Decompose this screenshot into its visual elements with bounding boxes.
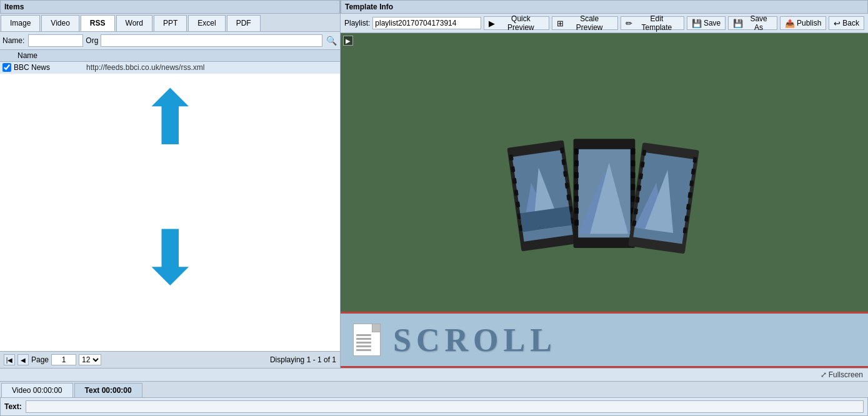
page-input[interactable]: 1 bbox=[51, 354, 76, 365]
table-body: BBC News http://feeds.bbci.co.uk/news/rs… bbox=[0, 62, 340, 351]
svg-rect-39 bbox=[636, 197, 640, 203]
fullscreen-button[interactable]: ⤢ Fullscreen bbox=[821, 370, 863, 379]
quick-preview-icon: ▶ bbox=[489, 19, 495, 28]
tab-pdf[interactable]: PDF bbox=[227, 15, 261, 31]
tab-word[interactable]: Word bbox=[116, 15, 152, 31]
scale-preview-icon: ⊞ bbox=[557, 19, 564, 28]
tab-image[interactable]: Image bbox=[1, 15, 40, 31]
tab-ppt[interactable]: PPT bbox=[154, 15, 187, 31]
svg-rect-37 bbox=[639, 173, 643, 179]
edit-template-icon: ✏ bbox=[626, 19, 632, 28]
svg-rect-45 bbox=[687, 192, 692, 198]
name-input[interactable] bbox=[28, 34, 83, 47]
doc-lines bbox=[356, 334, 371, 353]
svg-rect-36 bbox=[640, 161, 644, 167]
first-page-button[interactable]: |◀ bbox=[4, 354, 15, 365]
tab-text-timeline[interactable]: Text 00:00:00 bbox=[74, 383, 142, 397]
name-label: Name: bbox=[2, 36, 24, 45]
svg-rect-26 bbox=[631, 148, 636, 154]
displaying-text: Displaying 1 - 1 of 1 bbox=[270, 355, 336, 364]
col-header-name: Name bbox=[17, 51, 92, 60]
back-icon: ↩ bbox=[834, 19, 841, 28]
svg-rect-23 bbox=[574, 196, 579, 202]
save-as-label: Save As bbox=[745, 14, 772, 32]
bottom-content: Text: bbox=[0, 397, 868, 416]
svg-rect-7 bbox=[516, 201, 520, 207]
col-header-org bbox=[92, 51, 337, 60]
tab-excel[interactable]: Excel bbox=[188, 15, 225, 31]
svg-rect-13 bbox=[565, 182, 569, 189]
org-input[interactable] bbox=[101, 34, 322, 47]
name-row: Name: Org 🔍 bbox=[0, 32, 340, 50]
items-header: Items bbox=[0, 0, 340, 14]
svg-rect-19 bbox=[574, 148, 579, 154]
save-as-icon: 💾 bbox=[733, 19, 743, 28]
per-page-select[interactable]: 12 24 48 bbox=[79, 354, 101, 365]
row-org: http://feeds.bbci.co.uk/news/rss.xml bbox=[86, 63, 337, 72]
table-header: Name bbox=[0, 50, 340, 62]
arrow-overlay: ⬆ ⬇ bbox=[0, 62, 340, 351]
edit-template-label: Edit Template bbox=[634, 14, 679, 32]
right-panel: Template Info Playlist: playlist20170704… bbox=[341, 0, 868, 368]
svg-rect-28 bbox=[631, 172, 636, 178]
svg-rect-44 bbox=[689, 181, 694, 187]
table-row[interactable]: BBC News http://feeds.bbci.co.uk/news/rs… bbox=[0, 62, 340, 74]
org-label: Org bbox=[86, 36, 98, 45]
col-header-check bbox=[2, 51, 17, 60]
text-label: Text: bbox=[4, 402, 22, 411]
save-button[interactable]: 💾 Save bbox=[687, 16, 726, 30]
arrow-down-icon: ⬇ bbox=[139, 220, 202, 295]
tab-rss[interactable]: RSS bbox=[81, 15, 115, 31]
publish-button[interactable]: 📤 Publish bbox=[780, 16, 826, 30]
quick-preview-button[interactable]: ▶ Quick Preview bbox=[484, 16, 549, 30]
prev-page-button[interactable]: ◀ bbox=[17, 354, 29, 365]
playlist-label: Playlist: bbox=[344, 19, 370, 27]
search-button[interactable]: 🔍 bbox=[325, 34, 337, 47]
tabs-bar: Image Video RSS Word PPT Excel PDF bbox=[0, 14, 340, 32]
left-panel: Items Image Video RSS Word PPT Excel PDF… bbox=[0, 0, 341, 368]
svg-rect-38 bbox=[637, 185, 641, 191]
tab-video-timeline[interactable]: Video 00:00:00 bbox=[1, 383, 73, 397]
save-icon: 💾 bbox=[692, 19, 702, 28]
main-container: Items Image Video RSS Word PPT Excel PDF… bbox=[0, 0, 868, 416]
publish-icon: 📤 bbox=[785, 19, 795, 28]
text-field[interactable] bbox=[26, 400, 864, 413]
bottom-panel: ⤢ Fullscreen Video 00:00:00 Text 00:00:0… bbox=[0, 368, 868, 416]
row-checkbox[interactable] bbox=[2, 63, 11, 72]
fullscreen-label: Fullscreen bbox=[829, 370, 863, 379]
tab-video[interactable]: Video bbox=[41, 15, 79, 31]
svg-rect-47 bbox=[684, 215, 689, 222]
svg-rect-42 bbox=[692, 157, 697, 163]
svg-rect-25 bbox=[574, 219, 579, 225]
svg-rect-21 bbox=[574, 172, 579, 178]
svg-rect-27 bbox=[631, 160, 636, 166]
edit-template-button[interactable]: ✏ Edit Template bbox=[621, 16, 684, 30]
document-icon bbox=[353, 324, 381, 356]
save-as-button[interactable]: 💾 Save As bbox=[728, 16, 777, 30]
scroll-bar-area: SCROLL bbox=[341, 312, 868, 368]
template-info-header: Template Info bbox=[341, 0, 868, 14]
back-button[interactable]: ↩ Back bbox=[829, 16, 864, 30]
svg-rect-43 bbox=[691, 169, 696, 175]
template-toolbar: Playlist: playlist20170704173914 ▶ Quick… bbox=[341, 14, 868, 33]
play-button[interactable]: ▶ bbox=[343, 36, 353, 46]
quick-preview-label: Quick Preview bbox=[497, 14, 544, 32]
svg-rect-6 bbox=[514, 190, 518, 196]
arrow-up-icon: ⬆ bbox=[139, 81, 202, 156]
svg-rect-48 bbox=[683, 227, 687, 234]
svg-rect-40 bbox=[634, 209, 638, 215]
bottom-tabs: Video 00:00:00 Text 00:00:00 bbox=[0, 382, 868, 397]
publish-label: Publish bbox=[797, 19, 821, 27]
playlist-input[interactable]: playlist20170704173914 bbox=[372, 17, 481, 29]
fullscreen-icon: ⤢ bbox=[821, 370, 827, 379]
svg-rect-24 bbox=[574, 207, 579, 214]
svg-rect-20 bbox=[574, 160, 579, 166]
scale-preview-button[interactable]: ⊞ Scale Preview bbox=[552, 16, 617, 30]
svg-rect-22 bbox=[574, 184, 579, 190]
pagination-bar: |◀ ◀ Page 1 12 24 48 Displaying 1 - 1 of… bbox=[0, 351, 340, 368]
svg-rect-29 bbox=[631, 184, 636, 190]
svg-rect-14 bbox=[566, 194, 571, 201]
svg-rect-46 bbox=[686, 204, 691, 210]
svg-rect-3 bbox=[509, 154, 514, 161]
back-label: Back bbox=[842, 19, 859, 27]
